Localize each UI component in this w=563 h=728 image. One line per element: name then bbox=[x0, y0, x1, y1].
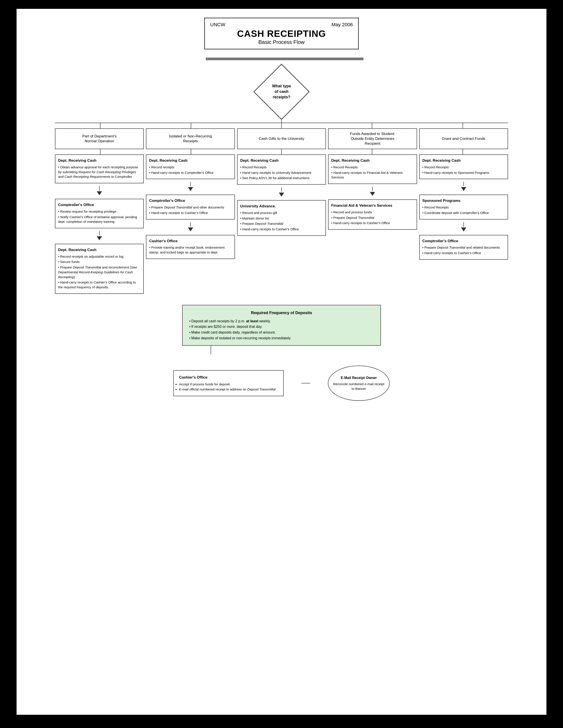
diamond-container: What typeof cashreceipts? bbox=[30, 72, 533, 112]
category-isolated: Isolated or Non-RecurringReceipts bbox=[146, 128, 235, 149]
category-row: Part of Department'sNormal Operation Iso… bbox=[55, 128, 508, 149]
col5-box1-list: Record Receipts Hand-carry receipts to S… bbox=[422, 165, 505, 175]
col1-box2: Comptroller's Office Review request for … bbox=[55, 199, 144, 228]
col1-box2-item1: Review request for receipting privilege bbox=[58, 209, 141, 214]
category-grant-contract: Grant and Contract Funds bbox=[419, 128, 508, 149]
col5-box3-item2: Hand-carry receipts to Cashier's Office bbox=[422, 251, 505, 255]
col3-box2-title: University Advance. bbox=[240, 204, 323, 209]
freq-item2: If receipts are $250 or more, deposit th… bbox=[189, 324, 374, 330]
category-cash-gifts: Cash Gifts to the University bbox=[237, 128, 326, 149]
col5-box2-title: Sponsored Programs bbox=[422, 198, 505, 204]
col5-box3: Comptroller's Office Prepare Deposit Tra… bbox=[419, 235, 508, 260]
col1-box3: Dept. Receiving Cash Record receipts on … bbox=[55, 244, 144, 294]
col1-box3-item4: Hand-carry receipts to Cashier's Office … bbox=[58, 280, 141, 290]
col1-box3-item2: Secure funds bbox=[58, 259, 141, 264]
col1-box2-title: Comptroller's Office bbox=[58, 202, 141, 208]
col3-box1-item3: See Policy ADV1.30 for additional instru… bbox=[240, 176, 323, 180]
col4-box1-title: Dept. Receiving Cash bbox=[331, 158, 414, 163]
col2-box1-title: Dept. Receiving Cash bbox=[149, 158, 231, 163]
col5-box1-item1: Record Receipts bbox=[422, 165, 505, 170]
col5-box1: Dept. Receiving Cash Record Receipts Han… bbox=[419, 154, 508, 179]
frequency-area: Required Frequency of Deposits Deposit a… bbox=[30, 305, 533, 346]
col2-box3: Cashier's Office Provide training and/or… bbox=[146, 235, 235, 259]
col1-box3-title: Dept. Receiving Cash bbox=[58, 247, 141, 253]
col3-box2-item1: Record and process gift bbox=[240, 210, 323, 215]
date-label: May 2006 bbox=[332, 22, 353, 28]
col2-box2-item2: Hand-carry receipts to Cashier's Office bbox=[149, 210, 231, 215]
col3-box2-item3: Prepare Deposit Transmittal bbox=[240, 221, 323, 226]
col2-box3-list: Provide training and/or receipt book, en… bbox=[149, 245, 231, 255]
col4-box1: Dept. Receiving Cash Record Receipts Han… bbox=[328, 154, 417, 184]
col5-box1-item2: Hand-carry receipts to Sponsored Program… bbox=[422, 170, 505, 175]
col2-box2-title: Comptroller's Office bbox=[149, 198, 231, 204]
decision-diamond: What typeof cashreceipts? bbox=[253, 64, 310, 120]
cashier-final-title: Cashier's Office bbox=[179, 375, 278, 380]
flow-col-3: Dept. Receiving Cash Record Receipts Han… bbox=[237, 154, 326, 236]
col5-box1-title: Dept. Receiving Cash bbox=[422, 158, 505, 163]
col5-box3-item1: Prepare Deposit Transmittal and related … bbox=[422, 245, 505, 250]
col3-box2-list: Record and process gift Maintain donor l… bbox=[240, 210, 323, 232]
flow-col-2: Dept. Receiving Cash Record receipts Han… bbox=[146, 154, 235, 259]
col1-box1-list: Obtain advance approval for each receipt… bbox=[58, 165, 141, 179]
diamond-text: What typeof cashreceipts? bbox=[272, 83, 291, 100]
frequency-box: Required Frequency of Deposits Deposit a… bbox=[182, 305, 381, 346]
frequency-title: Required Frequency of Deposits bbox=[189, 310, 374, 316]
freq-item1: Deposit all cash receipts by 2 p.m. at l… bbox=[189, 318, 374, 324]
col4-box2-item2: Prepare Deposit Transmittal bbox=[331, 215, 414, 220]
col2-box2-item1: Prepare Deposit Transmittal and other do… bbox=[149, 205, 231, 210]
main-title: CASH RECEIPTING bbox=[210, 28, 353, 39]
col5-box2-item1: Record Receipts bbox=[422, 205, 505, 210]
col3-box2-item4: Hand-carry receipts to Cashier's Office bbox=[240, 227, 323, 232]
freq-item4: Make deposits of isolated or non-recurri… bbox=[189, 335, 374, 341]
page: UNCW May 2006 CASH RECEIPTING Basic Proc… bbox=[17, 9, 546, 715]
col1-box2-item2: Notify Cashier's Office of tentative app… bbox=[58, 215, 141, 224]
col3-box1-item2: Hand-carry receipts to University Advanc… bbox=[240, 170, 323, 175]
col1-box3-item3: Prepare Deposit Transmittal and reconcil… bbox=[58, 265, 141, 279]
flow-area: Dept. Receiving Cash Obtain advance appr… bbox=[55, 154, 508, 294]
university-label: UNCW bbox=[210, 22, 225, 28]
title-box: UNCW May 2006 CASH RECEIPTING Basic Proc… bbox=[204, 18, 359, 49]
col3-box2: University Advance. Record and process g… bbox=[237, 200, 326, 236]
cashier-final-list: Accept if process funds for deposit. E-m… bbox=[179, 382, 278, 392]
col1-box1-item1: Obtain advance approval for each receipt… bbox=[58, 165, 141, 179]
col3-box1-title: Dept. Receiving Cash bbox=[240, 158, 323, 163]
col3-box2-item2: Maintain donor list bbox=[240, 216, 323, 221]
col1-box3-list: Record receipts on adjustable record or … bbox=[58, 254, 141, 290]
col4-box2-item3: Hand-carry receipts to Cashier's Office bbox=[331, 221, 414, 225]
col2-box1: Dept. Receiving Cash Record receipts Han… bbox=[146, 154, 235, 179]
col2-box3-item1: Provide training and/or receipt book, en… bbox=[149, 245, 231, 255]
category-student-funds: Funds Awarded to Student:Outside Entity … bbox=[328, 128, 417, 149]
freq-item3: Make credit card deposits daily, regardl… bbox=[189, 330, 374, 335]
col3-box1-list: Record Receipts Hand-carry receipts to U… bbox=[240, 165, 323, 180]
col3-box1: Dept. Receiving Cash Record Receipts Han… bbox=[237, 154, 326, 185]
col4-box2-title: Financial Aid & Veteran's Services bbox=[331, 203, 414, 208]
email-receipt-box: E-Mail Receipt Owner Reconcile numbered … bbox=[328, 366, 390, 401]
flow-col-5: Dept. Receiving Cash Record Receipts Han… bbox=[419, 154, 508, 259]
col4-box1-item2: Hand-carry receipts to Financial Aid & V… bbox=[331, 170, 414, 180]
col4-box2: Financial Aid & Veteran's Services Recor… bbox=[328, 199, 417, 230]
cashier-final-item2: E-mail official numbered receipt to addr… bbox=[179, 387, 278, 392]
col1-box1-title: Dept. Receiving Cash bbox=[58, 158, 141, 163]
col4-box2-list: Record and process funds Prepare Deposit… bbox=[331, 210, 414, 225]
cashier-final-item1: Accept if process funds for deposit. bbox=[179, 382, 278, 387]
col1-box3-item1: Record receipts on adjustable record or … bbox=[58, 254, 141, 259]
col5-box3-list: Prepare Deposit Transmittal and related … bbox=[422, 245, 505, 255]
col5-box3-title: Comptroller's Office bbox=[422, 238, 505, 244]
sub-title: Basic Process Flow bbox=[210, 39, 353, 45]
col1-box2-list: Review request for receipting privilege … bbox=[58, 209, 141, 224]
col5-box2-list: Record Receipts Coordinate deposit with … bbox=[422, 205, 505, 215]
col5-box2: Sponsored Programs Record Receipts Coord… bbox=[419, 195, 508, 219]
email-receipt-text: Reconcile numbered e-mail receipt to Ban… bbox=[332, 382, 386, 391]
col4-box2-item1: Record and process funds bbox=[331, 210, 414, 215]
col4-box1-list: Record Receipts Hand-carry receipts to F… bbox=[331, 165, 414, 180]
bottom-area: Cashier's Office Accept if process funds… bbox=[30, 366, 533, 401]
col5-box2-item2: Coordinate deposit with Comptroller's Of… bbox=[422, 210, 505, 215]
col2-box1-list: Record receipts Hand-carry receipts to C… bbox=[149, 165, 231, 175]
col2-box2-list: Prepare Deposit Transmittal and other do… bbox=[149, 205, 231, 215]
col1-box1: Dept. Receiving Cash Obtain advance appr… bbox=[55, 154, 144, 183]
col4-box1-item1: Record Receipts bbox=[331, 165, 414, 170]
col2-box1-item2: Hand-carry receipts to Comptroller's Off… bbox=[149, 170, 231, 175]
col2-box3-title: Cashier's Office bbox=[149, 238, 231, 244]
email-receipt-title: E-Mail Receipt Owner bbox=[341, 375, 377, 380]
flow-col-4: Dept. Receiving Cash Record Receipts Han… bbox=[328, 154, 417, 230]
